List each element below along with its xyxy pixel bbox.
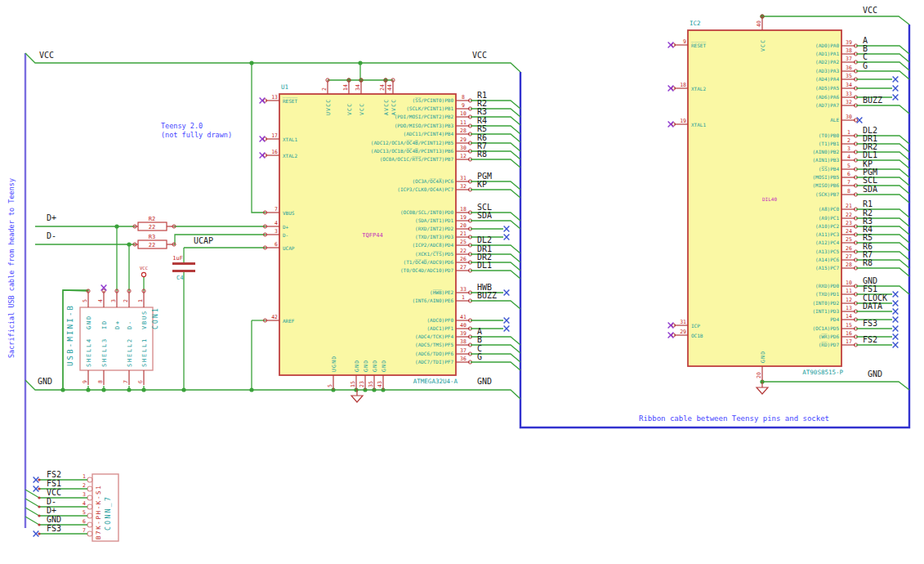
r3-value[interactable]: 22 — [149, 242, 155, 248]
net-label-FS2[interactable]: FS2 — [47, 470, 61, 479]
wire-end — [38, 532, 40, 535]
net-label-R1[interactable]: R1 — [863, 199, 873, 208]
net-label-FS2[interactable]: FS2 — [863, 335, 877, 344]
net-label-GND[interactable]: GND — [47, 515, 61, 524]
u1-pin-number: 16 — [271, 149, 278, 155]
net-label-D+[interactable]: D+ — [47, 213, 56, 222]
u1-pin-number: 31 — [460, 175, 466, 181]
u1-pin-name: UGND — [331, 356, 337, 372]
net-label-B[interactable]: B — [477, 335, 482, 344]
ic2-pin-number: 19 — [680, 118, 686, 124]
u1-pin-name: UVCC — [325, 99, 332, 115]
ic2-pin-number: 26 — [846, 245, 852, 252]
net-label-GND[interactable]: GND — [38, 377, 52, 386]
wire-BUZZ — [471, 301, 520, 309]
ic2-pin-number: 25 — [846, 236, 852, 243]
note-teensy-line2[interactable]: (not fully drawn) — [161, 131, 232, 139]
net-label-VCC[interactable]: VCC — [39, 51, 54, 60]
note-sacrificial-usb[interactable]: Sacrificial USB cable from header to Tee… — [7, 178, 16, 358]
ic2-pin-number: 11 — [846, 288, 852, 294]
u1-pin-name: (INT6/AIN0)PE6 — [412, 298, 453, 303]
net-label-D+[interactable]: D+ — [47, 506, 56, 515]
ic2-pin-name: (A11)PC3 — [815, 231, 839, 237]
net-label-FS1[interactable]: FS1 — [47, 479, 61, 488]
net-label-G[interactable]: G — [863, 61, 868, 70]
r2-ref[interactable]: R2 — [149, 216, 155, 222]
net-label-R5[interactable]: R5 — [863, 233, 873, 242]
gnd-symbol — [351, 396, 363, 402]
net-label-GND[interactable]: GND — [868, 369, 882, 378]
c4-ref[interactable]: C4 — [176, 275, 183, 281]
conn7-value[interactable]: B7K-PH-K-S1 — [95, 485, 102, 539]
con1-pin-number: 3 — [110, 299, 117, 302]
u1-ref[interactable]: U1 — [281, 83, 288, 91]
net-label-GND[interactable]: GND — [477, 377, 492, 386]
u1-pin-number: 29 — [460, 137, 466, 143]
net-label-SDA[interactable]: SDA — [863, 185, 877, 194]
conn7-pin-number: 5 — [83, 509, 86, 516]
con1-ref[interactable]: CON1 — [152, 307, 159, 329]
ic2-pin-name: (A10)PC2 — [815, 223, 839, 229]
u1-pin-name: (ADC1)PF1 — [426, 325, 453, 331]
conn7-pin-number: 3 — [83, 491, 86, 498]
net-label-KP[interactable]: KP — [477, 180, 487, 189]
u1-pin-name: AVCC — [391, 99, 397, 115]
u1-pin-name: (ADC11/PCINT4)PB4 — [404, 131, 454, 137]
net-label-SCL[interactable]: SCL — [863, 176, 877, 185]
u1-pin-name: AVCC — [383, 99, 390, 115]
net-label-VCC[interactable]: VCC — [472, 51, 487, 60]
u1-pin-name: (OC0A/OC1C/R̅T̅S̅/PCINT7)PB7 — [380, 156, 454, 162]
u1-pin-name: (T1/O̅C̅4̅D̅/ADC9)PD6 — [404, 259, 454, 265]
ic2-pin-name: (OC1A)PD5 — [812, 325, 839, 331]
ic2-pin-name: (AD4)PA4 — [815, 76, 839, 82]
u1-pin-number: 3 — [275, 228, 278, 235]
u1-pin-number: 36 — [460, 356, 466, 362]
note-teensy-line1[interactable]: Teensy 2.0 — [161, 122, 203, 130]
net-label-R3[interactable]: R3 — [477, 107, 487, 116]
con1-pin-number: 5 — [82, 299, 88, 302]
net-label-FS3[interactable]: FS3 — [47, 524, 61, 533]
net-label-VCC[interactable]: VCC — [863, 6, 877, 15]
ic2-pin-name: VCC — [760, 39, 766, 51]
ic2-pin-name: (SCK)PB7 — [815, 191, 839, 197]
ic2-package[interactable]: DIL40 — [762, 196, 777, 202]
net-label-DL1[interactable]: DL1 — [477, 261, 492, 270]
net-label-R5[interactable]: R5 — [477, 124, 487, 133]
ic2-pin-name: XTAL1 — [691, 122, 706, 128]
ic2-pin-number: 39 — [846, 39, 852, 46]
net-label-R8[interactable]: R8 — [863, 258, 873, 267]
net-label-FS3[interactable]: FS3 — [863, 319, 877, 328]
net-label-G[interactable]: G — [477, 352, 482, 361]
net-label-BUZZ[interactable]: BUZZ — [863, 96, 882, 105]
ic2-pin-name: PD4 — [830, 316, 839, 322]
ic2-ref[interactable]: IC2 — [690, 20, 701, 27]
u1-part-name[interactable]: ATMEGA32U4-A — [413, 378, 458, 385]
net-label-DL2[interactable]: DL2 — [477, 235, 492, 244]
net-label-UCAP[interactable]: UCAP — [194, 236, 213, 245]
net-label-R8[interactable]: R8 — [477, 150, 487, 159]
conn7-ref[interactable]: CONN_7 — [105, 495, 112, 530]
net-label-FS1[interactable]: FS1 — [863, 284, 877, 293]
net-label-D-[interactable]: D- — [47, 231, 56, 240]
ic2-part-name[interactable]: AT90S8515-P — [802, 369, 843, 376]
net-label-BUZZ[interactable]: BUZZ — [477, 291, 497, 300]
junction-dot — [86, 387, 90, 392]
ic2-pin-number: 21 — [846, 203, 852, 209]
wire-SDA — [471, 221, 520, 229]
con1-value[interactable]: USB-MINI-B — [66, 304, 74, 366]
net-label-DATA[interactable]: DATA — [863, 302, 882, 311]
u1-pin-name: (PDO/MISO/PCINT3)PB3 — [395, 123, 454, 128]
r3-ref[interactable]: R3 — [149, 234, 155, 240]
net-label-VCC[interactable]: VCC — [47, 488, 61, 497]
c4-value[interactable]: 1uF — [172, 255, 183, 262]
net-label-DL1[interactable]: DL1 — [863, 150, 877, 159]
net-label-D-[interactable]: D- — [47, 497, 56, 506]
r2-value[interactable]: 22 — [149, 224, 155, 231]
net-label-SDA[interactable]: SDA — [477, 211, 492, 220]
con1-pin-name: ID — [101, 320, 108, 329]
wire-G — [471, 362, 520, 370]
net-label-C[interactable]: C — [863, 52, 868, 61]
u1-package[interactable]: TQFP44 — [362, 232, 382, 239]
wire — [762, 382, 909, 390]
note-ribbon-cable[interactable]: Ribbon cable between Teensy pins and soc… — [639, 414, 829, 423]
